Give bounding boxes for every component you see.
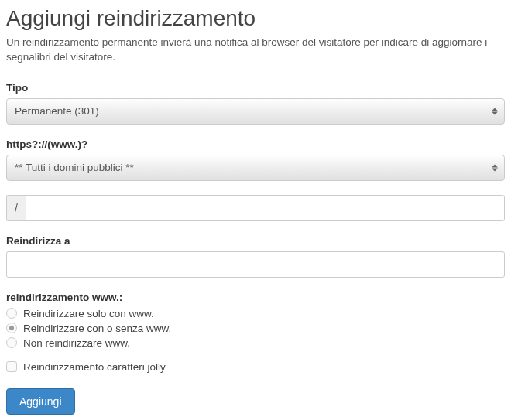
path-input[interactable]: [26, 195, 505, 221]
wildcard-checkbox[interactable]: [6, 361, 17, 372]
radio-www-both[interactable]: [6, 323, 17, 333]
www-redirect-legend: reindirizzamento www.:: [6, 292, 505, 303]
redirect-to-input[interactable]: [6, 251, 505, 278]
path-prefix: /: [6, 195, 26, 221]
domain-label: https?://(www.)?: [6, 138, 505, 150]
tipo-select[interactable]: Permanente (301): [6, 98, 505, 125]
radio-www-none-label: Non reindirizzare www.: [23, 337, 130, 349]
radio-www-none[interactable]: [6, 337, 17, 348]
radio-www-both-label: Reindirizzare con o senza www.: [23, 323, 171, 334]
page-title: Aggiungi reindirizzamento: [6, 6, 505, 31]
www-redirect-group: Reindirizzare solo con www. Reindirizzar…: [6, 308, 505, 349]
tipo-label: Tipo: [6, 82, 505, 94]
redirect-to-label: Reindirizza a: [6, 235, 505, 247]
wildcard-label: Reindirizzamento caratteri jolly: [23, 361, 166, 373]
tipo-select-value: Permanente (301): [15, 105, 99, 117]
domain-select[interactable]: ** Tutti i domini pubblici **: [6, 155, 505, 181]
add-button[interactable]: Aggiungi: [6, 388, 75, 415]
radio-www-only-label: Reindirizzare solo con www.: [23, 308, 154, 319]
page-description: Un reindirizzamento permanente invierà u…: [6, 36, 505, 65]
domain-select-value: ** Tutti i domini pubblici **: [15, 162, 134, 173]
radio-www-only[interactable]: [6, 308, 17, 319]
